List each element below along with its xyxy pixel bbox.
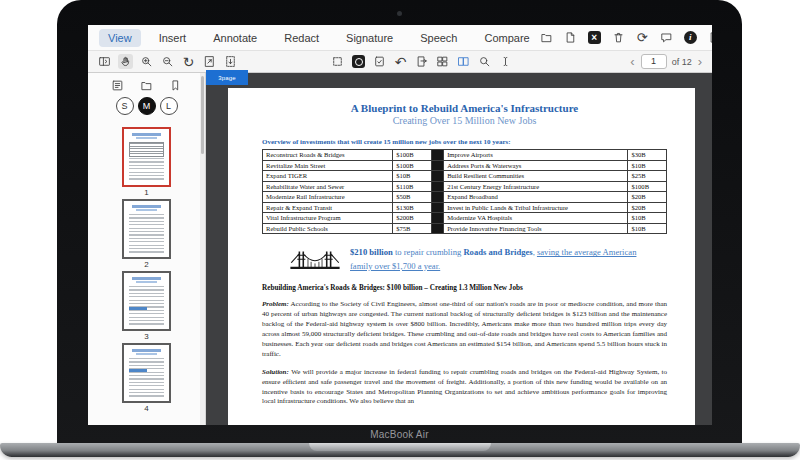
table-cell-left-value: $110B (393, 181, 432, 192)
bookmarks-panel-icon[interactable] (168, 78, 183, 93)
fit-page-icon[interactable] (223, 54, 238, 69)
page-thumbnail-4[interactable] (122, 343, 171, 403)
table-row: Reconstruct Roads & Bridges$100BImprove … (263, 150, 667, 161)
sidebar-scrollbar-thumb[interactable] (201, 76, 204, 154)
pdf-page: A Blueprint to Rebuild America's Infrast… (228, 88, 695, 425)
tab-annotate[interactable]: Annotate (204, 29, 266, 47)
callout-amount: $210 billion (350, 247, 393, 257)
menu-right-icons: ×⟳i⚙ (539, 30, 712, 45)
table-divider (431, 202, 443, 213)
sidebar-toggle-icon[interactable] (97, 54, 112, 69)
table-cell-right-item: Address Ports & Waterways (444, 160, 628, 171)
zoom-out-icon[interactable] (160, 54, 175, 69)
thumbnail-page-number: 4 (88, 404, 205, 413)
table-cell-left-item: Expand TIGER (263, 171, 393, 182)
thumbnail-page-number: 3 (88, 332, 205, 341)
thumbnails-sidebar: SML 1234 (88, 73, 206, 425)
rotate-page-icon[interactable]: ↻ (181, 54, 196, 69)
tab-view[interactable]: View (99, 29, 141, 47)
laptop-screen-bezel: ViewInsertAnnotateRedactSignatureSpeechC… (57, 0, 742, 443)
table-divider (431, 150, 443, 161)
table-cell-right-item: Modernize VA Hospitals (444, 213, 628, 224)
table-cell-right-value: $30B (628, 150, 667, 161)
open-folder-icon[interactable] (539, 30, 554, 45)
table-divider (431, 181, 443, 192)
next-page-icon[interactable]: › (697, 55, 703, 68)
fit-width-icon[interactable] (202, 54, 217, 69)
table-row: Expand TIGER$10BBuild Resilient Communit… (263, 171, 667, 182)
thumbnail-item: 2 (88, 199, 205, 269)
thumbnail-size-s-button[interactable]: S (116, 97, 134, 115)
table-cell-right-item: Improve Airports (444, 150, 628, 161)
previous-page-icon[interactable]: ‹ (629, 55, 635, 68)
thumbnails-panel-icon[interactable] (110, 78, 125, 93)
table-row: Repair & Expand Transit$130BInvest in Pu… (263, 202, 667, 213)
tab-redact[interactable]: Redact (275, 29, 328, 47)
table-cell-right-value: $10B (628, 213, 667, 224)
thumbnail-item: 1 (88, 127, 205, 197)
thumbnails-view-icon[interactable] (435, 54, 450, 69)
trash-icon[interactable] (611, 30, 626, 45)
undo-icon[interactable]: ↶ (393, 54, 408, 69)
new-document-icon[interactable] (563, 30, 578, 45)
forms-icon[interactable] (372, 54, 387, 69)
table-cell-left-item: Repair & Expand Transit (263, 202, 393, 213)
thumbnail-size-buttons: SML (88, 97, 205, 115)
page-count-label: of 12 (672, 57, 692, 67)
toolbar-left-group: ↻ (97, 54, 238, 69)
toolbar: ↻ ↶ ‹ 1 of 12 › (88, 51, 712, 73)
device-label: MacBook Air (57, 429, 742, 440)
laptop-base-notch (309, 443, 491, 451)
tab-insert[interactable]: Insert (150, 29, 196, 47)
thumbnail-list: 1234 (88, 127, 205, 413)
table-cell-right-value: $25B (628, 171, 667, 182)
folder-panel-icon[interactable] (139, 78, 154, 93)
table-row: Rebuild Public Schools$75BProvide Innova… (263, 223, 667, 234)
search-icon[interactable] (477, 54, 492, 69)
document-title: A Blueprint to Rebuild America's Infrast… (262, 102, 667, 114)
table-cell-left-value: $130B (393, 202, 432, 213)
share-page-icon[interactable] (414, 54, 429, 69)
table-cell-left-value: $50B (393, 192, 432, 203)
page-thumbnail-2[interactable] (122, 199, 171, 259)
table-divider (431, 171, 443, 182)
content-edit-icon[interactable] (351, 54, 366, 69)
thumbnail-item: 3 (88, 271, 205, 341)
table-cell-right-item: Expand Broadband (444, 192, 628, 203)
bridge-callout: $210 billion to repair crumbling Roads a… (290, 246, 667, 273)
hand-tool-icon[interactable] (118, 54, 133, 69)
webcam-icon (397, 11, 402, 16)
callout-middle: to repair crumbling (393, 247, 464, 257)
tab-compare[interactable]: Compare (475, 29, 538, 47)
table-row: Vital Infrastructure Program$200BModerni… (263, 213, 667, 224)
export-pdf-icon[interactable] (707, 30, 712, 45)
table-cell-right-item: Provide Innovative Financing Tools (444, 223, 628, 234)
comment-icon[interactable] (659, 30, 674, 45)
close-document-icon[interactable]: × (587, 30, 602, 45)
zoom-in-icon[interactable] (139, 54, 154, 69)
table-cell-left-value: $75B (393, 223, 432, 234)
current-page-input[interactable]: 1 (641, 54, 667, 69)
info-icon[interactable]: i (683, 30, 698, 45)
table-cell-left-item: Modernize Rail Infrastructure (263, 192, 393, 203)
document-tab[interactable]: 3page (206, 70, 248, 85)
toolbar-center-group: ↶ (330, 54, 513, 69)
text-select-icon[interactable] (498, 54, 513, 69)
table-cell-left-item: Revitalize Main Street (263, 160, 393, 171)
callout-bold: Roads and Bridges (463, 247, 532, 257)
select-tool-icon[interactable] (330, 54, 345, 69)
book-view-icon[interactable] (456, 54, 471, 69)
table-cell-left-item: Vital Infrastructure Program (263, 213, 393, 224)
sync-icon[interactable]: ⟳ (635, 30, 650, 45)
table-cell-left-value: $10B (393, 171, 432, 182)
thumbnail-size-m-button[interactable]: M (138, 97, 156, 115)
section-heading: Rebuilding America's Roads & Bridges: $1… (262, 284, 667, 292)
menu-tabs: ViewInsertAnnotateRedactSignatureSpeechC… (99, 29, 539, 47)
tab-signature[interactable]: Signature (337, 29, 402, 47)
thumbnail-size-l-button[interactable]: L (160, 97, 178, 115)
page-thumbnail-3[interactable] (122, 271, 171, 331)
sidebar-scrollbar-track[interactable] (200, 73, 205, 425)
tab-speech[interactable]: Speech (411, 29, 466, 47)
document-subtitle: Creating Over 15 Million New Jobs (262, 115, 667, 126)
page-thumbnail-1[interactable] (122, 127, 171, 187)
